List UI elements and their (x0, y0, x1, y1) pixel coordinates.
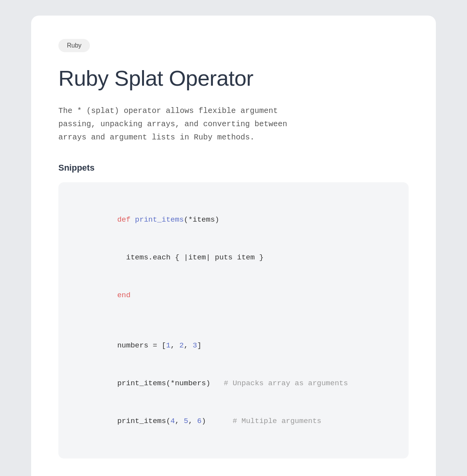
page-wrapper: Ruby Ruby Splat Operator The * (splat) o… (0, 0, 467, 476)
keyword-end: end (117, 291, 130, 300)
code-line-2: items.each { |item| puts item } (82, 238, 385, 276)
code-blank-line (82, 314, 385, 326)
page-title: Ruby Splat Operator (58, 66, 409, 90)
code-args: (*items) (184, 215, 219, 224)
code-inline-star: * (77, 106, 82, 115)
function-name: print_items (135, 215, 184, 224)
code-line-6: print_items(*numbers) # Unpacks array as… (82, 364, 385, 402)
main-card: Ruby Ruby Splat Operator The * (splat) o… (31, 16, 436, 476)
code-line-3: end (82, 276, 385, 314)
code-line-5: numbers = [1, 2, 3] (82, 327, 385, 365)
keyword-def: def (117, 215, 130, 224)
comment-2: # Multiple arguments (233, 417, 321, 425)
snippets-heading: Snippets (58, 163, 409, 173)
code-line-7: print_items(4, 5, 6) # Multiple argument… (82, 402, 385, 440)
language-tag: Ruby (58, 39, 90, 52)
comment-1: # Unpacks array as arguments (224, 379, 348, 388)
code-block: def print_items(*items) items.each { |it… (58, 182, 409, 459)
description: The * (splat) operator allows flexible a… (58, 104, 393, 144)
code-line-1: def print_items(*items) (82, 201, 385, 239)
